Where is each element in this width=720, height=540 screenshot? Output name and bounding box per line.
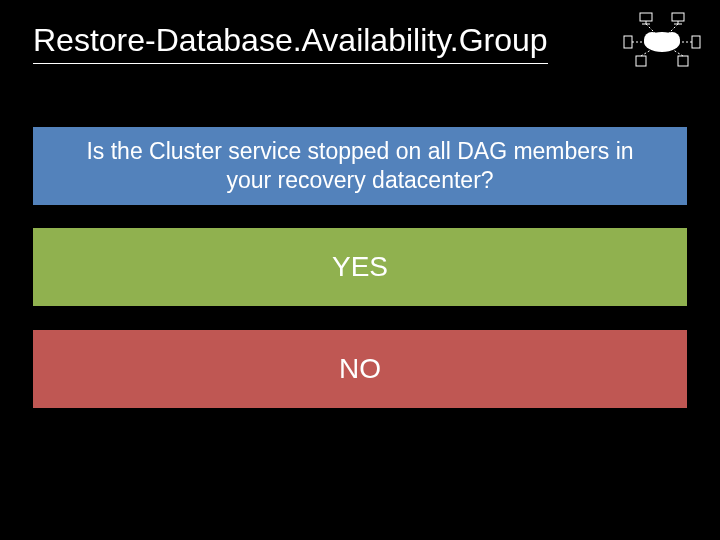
title-container: Restore-Database.Availability.Group: [33, 22, 593, 64]
svg-rect-7: [672, 13, 684, 21]
network-cloud-icon: [622, 10, 702, 70]
page-title: Restore-Database.Availability.Group: [33, 22, 548, 64]
svg-point-1: [644, 32, 660, 48]
question-panel: Is the Cluster service stopped on all DA…: [33, 127, 687, 205]
question-text: Is the Cluster service stopped on all DA…: [61, 137, 659, 195]
yes-button[interactable]: YES: [33, 228, 687, 306]
no-button[interactable]: NO: [33, 330, 687, 408]
svg-line-16: [641, 48, 654, 56]
svg-rect-11: [624, 36, 632, 48]
svg-rect-17: [678, 56, 688, 66]
svg-point-2: [664, 32, 680, 48]
svg-rect-15: [636, 56, 646, 66]
svg-rect-13: [692, 36, 700, 48]
no-label: NO: [339, 353, 381, 385]
yes-label: YES: [332, 251, 388, 283]
svg-rect-3: [640, 13, 652, 21]
svg-line-18: [670, 48, 683, 56]
slide: Restore-Database.Availability.Group: [0, 0, 720, 540]
